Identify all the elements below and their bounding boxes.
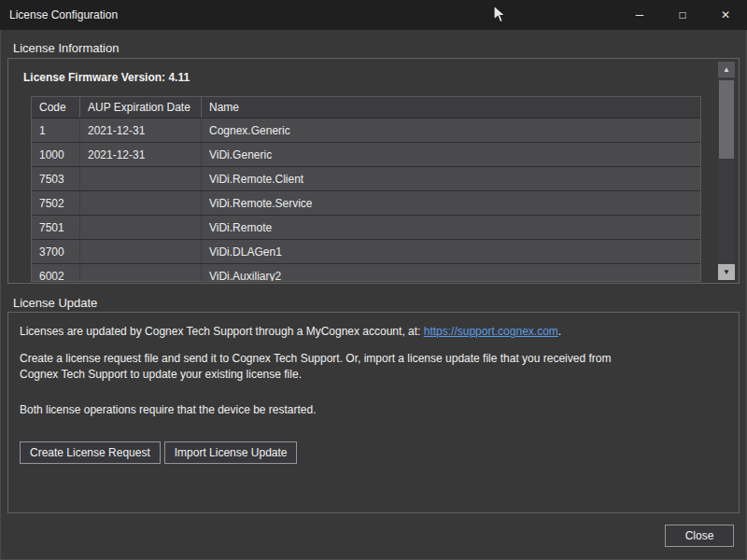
cell-aup [80, 216, 202, 239]
license-configuration-window: { "window": { "title": "License Configur… [0, 0, 747, 560]
license-update-paragraph-1: Licenses are updated by Cognex Tech Supp… [20, 324, 729, 340]
paragraph-1-prefix: Licenses are updated by Cognex Tech Supp… [20, 325, 424, 338]
cell-name: ViDi.Remote [202, 216, 700, 239]
cell-aup: 2021-12-31 [80, 119, 202, 142]
cell-aup [80, 167, 202, 190]
maximize-button[interactable]: □ [661, 0, 704, 30]
cell-aup [80, 264, 202, 282]
cell-name: ViDi.DLAGen1 [202, 240, 700, 263]
cell-code: 3700 [32, 240, 80, 263]
column-header-aup-expiration-date[interactable]: AUP Expiration Date [80, 97, 202, 118]
cell-code: 6002 [32, 264, 80, 282]
table-row[interactable]: 7502 ViDi.Remote.Service [32, 191, 700, 216]
license-table: Code AUP Expiration Date Name 1 2021-12-… [31, 96, 701, 282]
table-row[interactable]: 1 2021-12-31 Cognex.Generic [32, 119, 700, 143]
cell-aup [80, 191, 202, 215]
close-window-button[interactable]: ✕ [704, 0, 747, 30]
firmware-version-label: License Firmware Version: [23, 71, 165, 84]
window-controls: – □ ✕ [618, 0, 747, 30]
table-scrollbar[interactable]: ▲ ▼ [718, 62, 735, 280]
license-update-paragraph-3: Both license operations require that the… [20, 402, 673, 418]
minimize-icon: – [636, 6, 643, 21]
license-update-buttons: Create License Request Import License Up… [20, 441, 297, 464]
minimize-button[interactable]: – [618, 0, 661, 30]
import-license-update-button[interactable]: Import License Update [164, 441, 298, 464]
scrollbar-thumb[interactable] [719, 80, 734, 159]
close-button[interactable]: Close [665, 525, 734, 547]
column-header-name[interactable]: Name [202, 97, 700, 118]
table-row[interactable]: 3700 ViDi.DLAGen1 [32, 240, 700, 264]
close-icon: ✕ [721, 8, 730, 21]
firmware-version-line: License Firmware Version: 4.11 [23, 71, 190, 84]
firmware-version-value: 4.11 [168, 71, 190, 84]
scroll-up-button[interactable]: ▲ [718, 62, 735, 77]
table-row[interactable]: 1000 2021-12-31 ViDi.Generic [32, 143, 700, 167]
license-update-section-title: License Update [13, 296, 97, 310]
cell-name: ViDi.Auxiliary2 [202, 264, 700, 282]
window-title: License Configuration [9, 8, 118, 21]
column-header-code[interactable]: Code [32, 97, 80, 118]
scroll-down-button[interactable]: ▼ [718, 264, 735, 280]
license-table-header: Code AUP Expiration Date Name [32, 97, 700, 119]
titlebar[interactable]: License Configuration – □ ✕ [0, 0, 747, 30]
cell-name: Cognex.Generic [202, 119, 700, 142]
table-row[interactable]: 7503 ViDi.Remote.Client [32, 167, 700, 191]
cell-code: 1000 [32, 143, 80, 166]
cell-name: ViDi.Remote.Service [202, 191, 700, 215]
scroll-up-icon: ▲ [723, 65, 730, 74]
paragraph-1-suffix: . [558, 325, 561, 338]
cell-code: 7503 [32, 167, 80, 190]
maximize-icon: □ [679, 8, 685, 21]
cell-code: 7502 [32, 191, 80, 215]
cell-name: ViDi.Generic [202, 143, 700, 166]
license-update-groupbox: Licenses are updated by Cognex Tech Supp… [7, 312, 740, 513]
support-link[interactable]: https://support.cognex.com [424, 325, 558, 338]
table-row[interactable]: 7501 ViDi.Remote [32, 216, 700, 240]
cell-code: 1 [32, 119, 80, 142]
license-update-paragraph-2: Create a license request file and send i… [20, 351, 625, 383]
cell-aup [80, 240, 202, 263]
license-information-section-title: License Information [13, 41, 119, 55]
cell-name: ViDi.Remote.Client [202, 167, 700, 190]
table-row[interactable]: 6002 ViDi.Auxiliary2 [32, 264, 700, 282]
scroll-down-icon: ▼ [723, 268, 730, 276]
cell-code: 7501 [32, 216, 80, 239]
cell-aup: 2021-12-31 [80, 143, 202, 166]
create-license-request-button[interactable]: Create License Request [20, 441, 161, 464]
license-information-groupbox: License Firmware Version: 4.11 Code AUP … [7, 58, 740, 284]
